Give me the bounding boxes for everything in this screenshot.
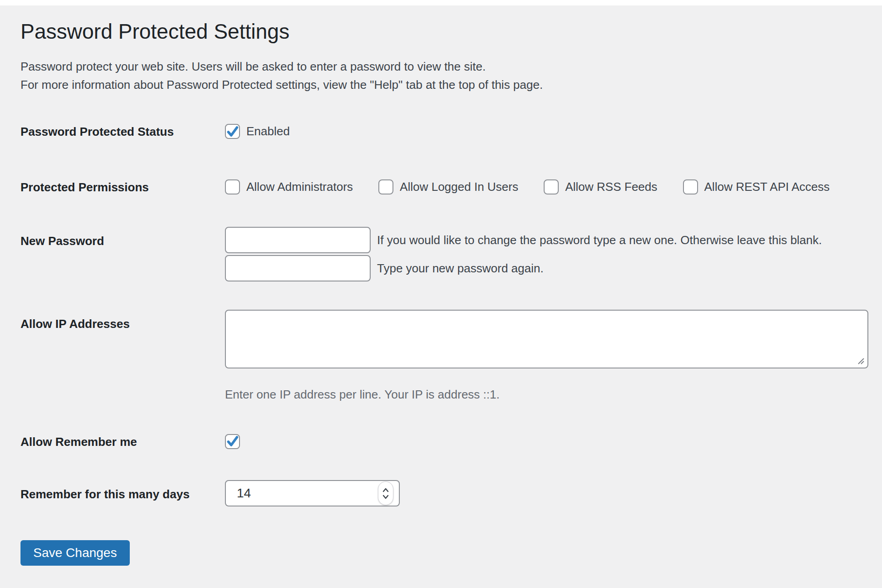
- remember-me-field: [225, 434, 868, 450]
- chevron-down-icon[interactable]: [382, 495, 389, 499]
- remember-days-label: Remember for this many days: [20, 480, 225, 502]
- enabled-checkbox-option[interactable]: Enabled: [225, 124, 290, 139]
- row-new-password: New Password If you would like to change…: [20, 227, 868, 281]
- allow-logged-in-users-checkbox-option[interactable]: Allow Logged In Users: [378, 179, 518, 194]
- allow-rest-api-access-label: Allow REST API Access: [704, 179, 830, 194]
- status-field: Enabled: [225, 124, 868, 140]
- page-title: Password Protected Settings: [20, 19, 868, 44]
- permissions-label: Protected Permissions: [20, 179, 225, 195]
- new-password-subrow-1: If you would like to change the password…: [225, 227, 868, 253]
- allow-ip-label: Allow IP Addresses: [20, 310, 225, 332]
- remember-days-input-wrapper: [225, 480, 400, 506]
- row-allow-remember-me: Allow Remember me: [20, 434, 868, 450]
- allow-logged-in-users-label: Allow Logged In Users: [400, 179, 518, 194]
- remember-days-field: [225, 480, 868, 506]
- row-remember-days: Remember for this many days: [20, 480, 868, 506]
- row-protected-permissions: Protected Permissions Allow Administrato…: [20, 179, 868, 195]
- allow-rss-feeds-checkbox[interactable]: [544, 179, 559, 194]
- number-stepper[interactable]: [378, 481, 393, 505]
- enabled-checkbox-label: Enabled: [246, 124, 290, 139]
- ip-addresses-description: Enter one IP address per line. Your IP i…: [225, 387, 868, 402]
- confirm-password-desc: Type your new password again.: [377, 261, 544, 276]
- intro-line-2: For more information about Password Prot…: [20, 78, 543, 92]
- remember-me-label: Allow Remember me: [20, 434, 225, 450]
- top-edge-strip: [0, 0, 882, 5]
- allow-administrators-checkbox[interactable]: [225, 179, 240, 194]
- save-changes-button[interactable]: Save Changes: [20, 540, 130, 566]
- remember-days-input[interactable]: [225, 480, 400, 506]
- status-label: Password Protected Status: [20, 124, 225, 139]
- ip-addresses-textarea[interactable]: [225, 310, 868, 368]
- confirm-password-input[interactable]: [225, 255, 371, 281]
- allow-ip-field: Enter one IP address per line. Your IP i…: [225, 310, 868, 402]
- intro-line-1: Password protect your web site. Users wi…: [20, 60, 486, 73]
- new-password-input[interactable]: [225, 227, 371, 253]
- new-password-label: New Password: [20, 227, 225, 249]
- permissions-field: Allow Administrators Allow Logged In Use…: [225, 179, 868, 194]
- new-password-desc: If you would like to change the password…: [377, 232, 822, 248]
- intro-text: Password protect your web site. Users wi…: [20, 57, 868, 94]
- resize-grip-icon[interactable]: [857, 357, 865, 365]
- remember-me-checkbox-option[interactable]: [225, 434, 240, 449]
- remember-me-checkbox[interactable]: [225, 434, 240, 449]
- allow-rest-api-access-checkbox[interactable]: [683, 179, 698, 194]
- row-allow-ip-addresses: Allow IP Addresses Enter one IP address …: [20, 310, 868, 402]
- chevron-up-icon[interactable]: [382, 488, 389, 492]
- settings-page: Password Protected Settings Password pro…: [0, 19, 882, 506]
- allow-rest-api-access-checkbox-option[interactable]: Allow REST API Access: [683, 179, 830, 194]
- enabled-checkbox[interactable]: [225, 124, 240, 139]
- allow-rss-feeds-label: Allow RSS Feeds: [565, 179, 657, 194]
- allow-administrators-label: Allow Administrators: [246, 179, 353, 194]
- new-password-subrow-2: Type your new password again.: [225, 255, 868, 281]
- ip-textarea-wrapper: [225, 310, 868, 368]
- check-icon: [226, 125, 239, 138]
- check-icon: [226, 435, 239, 448]
- allow-administrators-checkbox-option[interactable]: Allow Administrators: [225, 179, 353, 194]
- allow-logged-in-users-checkbox[interactable]: [378, 179, 393, 194]
- row-password-protected-status: Password Protected Status Enabled: [20, 124, 868, 140]
- allow-rss-feeds-checkbox-option[interactable]: Allow RSS Feeds: [544, 179, 657, 194]
- new-password-field: If you would like to change the password…: [225, 227, 868, 281]
